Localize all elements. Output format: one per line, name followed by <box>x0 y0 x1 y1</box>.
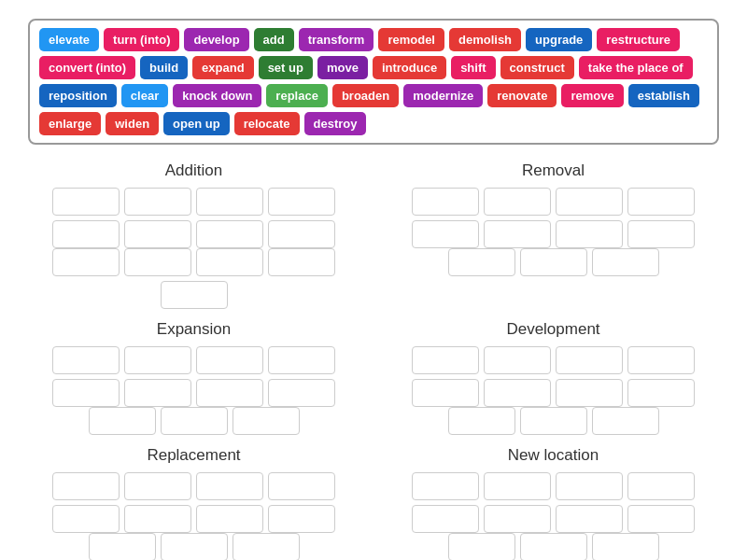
drop-box[interactable] <box>520 248 587 276</box>
word-chip-2[interactable]: develop <box>184 28 248 51</box>
word-chip-20[interactable]: knock down <box>173 84 261 107</box>
drop-box[interactable] <box>484 220 551 248</box>
drop-box[interactable] <box>196 188 263 216</box>
drop-box[interactable] <box>196 220 263 248</box>
drop-box[interactable] <box>556 505 623 533</box>
drop-box[interactable] <box>627 505 695 533</box>
drop-box[interactable] <box>196 472 263 500</box>
word-chip-31[interactable]: destroy <box>304 112 367 135</box>
word-chip-7[interactable]: upgrade <box>526 28 592 51</box>
drop-box[interactable] <box>484 346 551 374</box>
drop-box[interactable] <box>161 533 228 560</box>
drop-box[interactable] <box>196 505 263 533</box>
drop-box[interactable] <box>484 188 551 216</box>
drop-zone-2-0[interactable] <box>28 346 359 407</box>
drop-box[interactable] <box>89 533 156 560</box>
word-chip-17[interactable]: take the place of <box>579 56 693 79</box>
drop-box[interactable] <box>196 248 263 276</box>
word-chip-21[interactable]: replace <box>266 84 328 107</box>
drop-box[interactable] <box>592 533 659 560</box>
drop-box[interactable] <box>627 188 695 216</box>
word-chip-12[interactable]: set up <box>259 56 313 79</box>
drop-box[interactable] <box>52 248 120 276</box>
word-bank[interactable]: elevateturn (into)developaddtransformrem… <box>28 19 719 145</box>
word-chip-15[interactable]: shift <box>451 56 495 79</box>
drop-zone-5-0[interactable] <box>388 472 719 533</box>
drop-box[interactable] <box>448 533 515 560</box>
word-chip-27[interactable]: enlarge <box>39 112 101 135</box>
drop-box[interactable] <box>268 379 335 407</box>
drop-box[interactable] <box>124 248 191 276</box>
drop-zone-5-1[interactable] <box>388 533 719 560</box>
drop-box[interactable] <box>124 220 191 248</box>
drop-box[interactable] <box>161 407 228 435</box>
drop-box[interactable] <box>412 220 479 248</box>
drop-box[interactable] <box>268 346 335 374</box>
drop-zone-2-1[interactable] <box>28 407 359 435</box>
drop-box[interactable] <box>268 248 335 276</box>
drop-box[interactable] <box>268 220 335 248</box>
drop-zone-3-0[interactable] <box>388 346 719 407</box>
word-chip-8[interactable]: restructure <box>597 28 680 51</box>
drop-box[interactable] <box>52 505 120 533</box>
word-chip-13[interactable]: move <box>317 56 368 79</box>
word-chip-23[interactable]: modernize <box>403 84 483 107</box>
drop-box[interactable] <box>52 346 120 374</box>
drop-box[interactable] <box>412 346 479 374</box>
drop-box[interactable] <box>592 248 659 276</box>
drop-box[interactable] <box>196 346 263 374</box>
drop-box[interactable] <box>484 505 551 533</box>
drop-box[interactable] <box>52 188 120 216</box>
word-chip-18[interactable]: reposition <box>39 84 117 107</box>
word-chip-4[interactable]: transform <box>299 28 374 51</box>
drop-box[interactable] <box>592 407 659 435</box>
drop-box[interactable] <box>268 188 335 216</box>
drop-box[interactable] <box>268 505 335 533</box>
word-chip-22[interactable]: broaden <box>332 84 399 107</box>
drop-box[interactable] <box>520 533 587 560</box>
drop-zone-4-1[interactable] <box>28 533 359 560</box>
word-chip-11[interactable]: expand <box>192 56 254 79</box>
drop-zone-4-0[interactable] <box>28 472 359 533</box>
drop-box[interactable] <box>412 472 479 500</box>
drop-box[interactable] <box>627 220 695 248</box>
drop-box[interactable] <box>556 472 623 500</box>
drop-box[interactable] <box>124 346 191 374</box>
drop-zone-1-0[interactable] <box>388 188 719 248</box>
word-chip-28[interactable]: widen <box>106 112 159 135</box>
drop-zone-0-1[interactable] <box>28 248 359 309</box>
word-chip-25[interactable]: remove <box>561 84 623 107</box>
drop-box[interactable] <box>556 220 623 248</box>
word-chip-29[interactable]: open up <box>163 112 230 135</box>
drop-zone-3-1[interactable] <box>388 407 719 435</box>
drop-box[interactable] <box>627 379 695 407</box>
drop-box[interactable] <box>520 407 587 435</box>
drop-box[interactable] <box>412 379 479 407</box>
word-chip-5[interactable]: remodel <box>378 28 444 51</box>
drop-box[interactable] <box>484 379 551 407</box>
drop-box[interactable] <box>89 407 156 435</box>
word-chip-3[interactable]: add <box>254 28 294 51</box>
word-chip-16[interactable]: construct <box>500 56 574 79</box>
drop-box[interactable] <box>124 379 191 407</box>
drop-box[interactable] <box>448 407 515 435</box>
word-chip-6[interactable]: demolish <box>449 28 521 51</box>
word-chip-14[interactable]: introduce <box>373 56 446 79</box>
word-chip-9[interactable]: convert (into) <box>39 56 135 79</box>
drop-box[interactable] <box>412 505 479 533</box>
word-chip-30[interactable]: relocate <box>234 112 300 135</box>
drop-box[interactable] <box>52 220 120 248</box>
drop-box[interactable] <box>627 472 695 500</box>
drop-box[interactable] <box>556 188 623 216</box>
drop-box[interactable] <box>161 281 228 309</box>
word-chip-24[interactable]: renovate <box>487 84 557 107</box>
word-chip-19[interactable]: clear <box>121 84 168 107</box>
drop-box[interactable] <box>627 346 695 374</box>
drop-box[interactable] <box>52 472 120 500</box>
word-chip-26[interactable]: establish <box>628 84 699 107</box>
word-chip-10[interactable]: build <box>140 56 188 79</box>
drop-box[interactable] <box>412 188 479 216</box>
drop-box[interactable] <box>124 472 191 500</box>
drop-box[interactable] <box>124 188 191 216</box>
drop-box[interactable] <box>484 472 551 500</box>
